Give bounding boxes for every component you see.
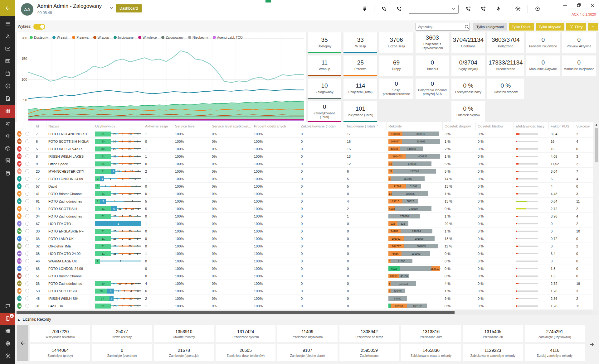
phone-hold-button[interactable] [463,4,474,15]
column-header-id[interactable]: Id [34,122,46,130]
close-button[interactable] [588,2,597,10]
sidebar-item-doc-search[interactable] [0,93,15,105]
counters-next-button[interactable] [587,340,597,349]
filter-button-tylko-dialer[interactable]: Tylko Dialer [509,23,534,31]
column-header-blank[interactable] [23,122,34,130]
legend-item[interactable]: Dostępny [30,36,48,39]
phone-forward-button[interactable] [478,4,489,15]
sidebar-item-agent[interactable] [0,31,15,43]
sidebar-item-contact-card[interactable] [0,55,15,68]
column-header-efektywność-bazy[interactable]: Efektywność bazy [514,122,549,130]
counter-tile[interactable]: 1465836Zablokowane otwarte rekordy [401,344,461,361]
sidebar-item-mail[interactable] [0,43,15,55]
kpi-tile-inicjowane-total-[interactable]: 101Inicjowane (Total) [343,101,377,122]
counter-tile[interactable]: 1444064Zamknięte (próby) [30,344,90,361]
counter-tile[interactable]: 1308942Przełożone od teraz [339,325,399,342]
kpi-tile-manualne-aktywne[interactable]: 0Manualne Aktywne [526,55,560,76]
column-header-aktywne-sesje[interactable]: Aktywne sesje [143,122,173,130]
counter-tile[interactable]: 26505Zamknięte (brak telefonów) [216,344,275,361]
kpi-tile-w-sesji[interactable]: 33W sesji [343,32,377,53]
sidebar-item-dashboard-grid[interactable] [0,105,15,118]
kpi-tile-wrapup[interactable]: 11Wrapup [308,55,341,76]
kpi-tile-nieodebrane[interactable]: 17333/21134Nieodebrane [487,55,524,76]
table-row[interactable]: HF36FOTO Zachodnioches3041991974100%0%10… [15,280,593,287]
counter-tile[interactable]: 1315405Przełożone 3h [463,325,523,342]
kpi-tile-preview-aktywne[interactable]: 0Preview Aktywne [562,32,596,53]
legend-item[interactable]: W kolejce [138,36,157,39]
counter-tile[interactable]: 1353910Otwarte rekordy [154,325,214,342]
vertical-scrollbar[interactable]: ▲ [594,122,599,310]
table-row[interactable]: FS5FOTO IRELSH VAKES302692381100%0%100%0… [15,145,593,153]
sidebar-item-gear[interactable] [0,350,15,363]
kpi-tile-efektywność-bazy[interactable]: 0 %Efektywność bazy [451,79,485,99]
counters-prev-button[interactable] [17,325,28,361]
kpi-tile-dostępny[interactable]: 35Dostępny [308,32,341,53]
table-row[interactable]: HM50FOTO SCOTTISIH208117466100%0%100%002… [15,287,593,295]
legend-item[interactable]: W sesji [52,36,67,39]
line-select[interactable] [409,5,459,14]
table-row[interactable]: FP38HOD EDŁOTO 24.09312592381100%0%100%0… [15,250,593,257]
table-row[interactable]: FD32OlFicehniTIME312692380100%0%100%0016… [15,242,593,250]
sidebar-item-address-book[interactable] [0,155,15,168]
column-header-sukcesy[interactable]: Sukcesy [574,122,593,130]
legend-item[interactable]: Inicjowane [114,36,134,39]
table-row[interactable]: B67HOD EDŁOTO .11100%0%100%0022332329 %0… [15,220,593,228]
table-row[interactable]: FP9Office Space312692380100%0%100%012131… [15,160,593,168]
column-header-zakolejkowane-total-[interactable]: Zakolejkowane (Total) [299,122,345,130]
counter-tile[interactable]: 11409Przełożone użytkownik [277,325,337,342]
legend-item[interactable]: Zalogowany [161,36,183,39]
table-row[interactable]: CB48IRISSH WISLH SIH271462022100%0%100%0… [15,295,593,302]
sidebar-item-megaphone[interactable] [0,130,15,143]
counter-tile[interactable]: 1129223Zablokowane zamknięte rekordy [463,344,523,361]
table-row[interactable]: FS8IRISSH WISLH LAKES312592381100%0%100%… [15,153,593,160]
column-header-service-level[interactable]: Service level [173,122,210,130]
restore-button[interactable] [574,2,583,10]
dashboard-button[interactable]: Dashboard [116,4,142,12]
counter-tile[interactable]: 1313816Przełożone 30m [401,325,461,342]
kpi-tile-timeout[interactable]: 0Timeout [416,55,449,76]
counters-header[interactable]: ◣ Liczniki: Rekordy [18,317,51,322]
column-header-odsetek-dropów[interactable]: Odsetek dropów [443,122,476,130]
table-row[interactable]: FO20M'ANNCHESTER CITY3122492382100%0%100… [15,168,593,175]
notification-tab[interactable] [265,0,271,2]
chevron-down-icon[interactable] [377,124,380,128]
table-row[interactable]: FL34FOTO Zachodnioches312692380100%0%100… [15,213,593,220]
table-row[interactable]: K12FOTO LONDON 24.09211111100%0%100%0541… [15,175,593,183]
column-header-faktor-pds[interactable]: Faktor PDS [549,122,574,130]
kpi-tile-zakolejkowane-total-[interactable]: 0Zakolejkowane (Total) [308,101,341,122]
counter-tile[interactable]: 1317424Przełożone system [216,325,275,342]
table-row[interactable]: FM6FOTO SCOTTISIH HIGŁAI302692380100%0%1… [15,138,593,145]
record-button[interactable] [532,4,543,15]
sidebar-item-chat[interactable] [0,300,15,313]
search-icon[interactable] [464,24,470,30]
counter-tile[interactable]: 25077Nowe rekordy [92,325,152,342]
table-row[interactable]: FL10FOTO SCOTTISIH3152192385100%0%100%02… [15,205,593,213]
table-row[interactable]: FW31BASE UK312592381100%0%100%0013785116… [15,302,593,310]
column-header-inicjowane-total-[interactable]: Inicjowane (Total) [345,122,387,130]
horizontal-scrollbar[interactable] [15,310,592,314]
counter-tile[interactable]: 2745291Zamknięte (użytkownik) [525,325,585,342]
column-header-użytkownicy[interactable]: Użytkownicy [93,122,143,130]
dialpad-button[interactable] [359,4,370,15]
column-header-blank[interactable] [15,122,23,130]
column-header-service-level-użytkown-[interactable]: Service level użytkown... [210,122,252,130]
table-row[interactable]: FW30FOTO ENGLASKIE PF312592380100%0%100%… [15,228,593,235]
counter-tile[interactable]: 4116Dzisiaj zamknięte rekordy [525,344,585,361]
table-row[interactable]: K57David211110100%0%100%05225923136113 %… [15,183,593,190]
sidebar-item-info[interactable] [0,80,15,93]
kpi-tile-odsetek-dropów[interactable]: 0 %Odsetek dropów [487,79,524,99]
sidebar-item-calendar[interactable] [0,68,15,80]
sidebar-item-globe[interactable] [0,338,15,350]
column-header-nazwa[interactable]: Nazwa [46,122,93,130]
legend-item[interactable]: Agenci zabl. TCO [213,36,243,39]
column-header-procent-odebranych[interactable]: Procent odebranych [252,122,299,130]
kpi-tile-zalogowany[interactable]: 10Zalogowany [308,79,341,99]
legend-item[interactable]: Wrapup [93,36,109,39]
table-row[interactable]: KW66FOTO LONDON 24.090100%0%100%00692215… [15,265,593,272]
kpi-tile-liczba-sesji[interactable]: 3706Liczba sesji [379,32,413,53]
kpi-tile-połączone-z-użytkownikiem[interactable]: 3603Połączone z użytkownikiem [416,32,449,53]
table-row[interactable]: M61FOTO Zachodnioches25115100%0%100%0419… [15,198,593,205]
mic-button[interactable] [493,4,504,15]
sidebar-item-menu[interactable] [0,18,15,31]
table-row[interactable]: PD51FOTO Bristor Channel0100%0%100%00282… [15,272,593,280]
